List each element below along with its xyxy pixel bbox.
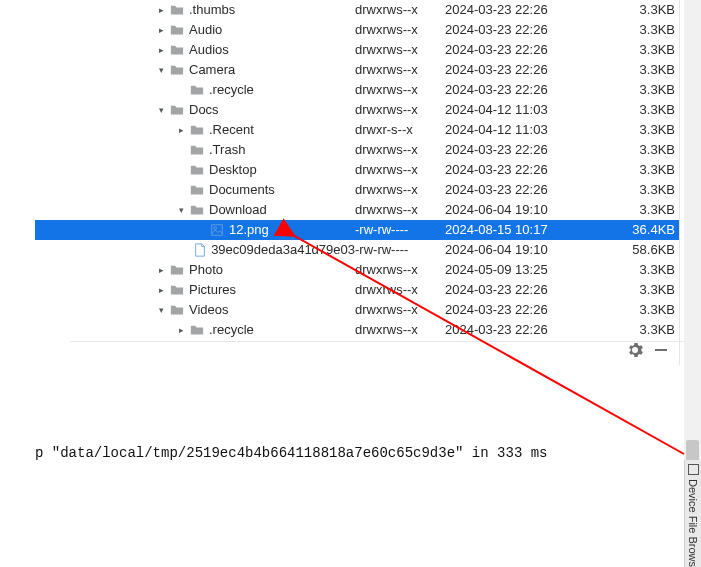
toggle-placeholder — [175, 164, 187, 176]
file-browser-panel: ▸.thumbsdrwxrws--x2024-03-23 22:263.3KB▸… — [35, 0, 680, 365]
gear-icon[interactable] — [627, 342, 643, 361]
folder-icon — [169, 262, 185, 278]
file-name: Camera — [189, 60, 235, 80]
toggle-placeholder — [175, 184, 187, 196]
chevron-right-icon[interactable]: ▸ — [155, 284, 167, 296]
modified-date: 2024-04-12 11:03 — [445, 100, 615, 120]
tree-row[interactable]: ▸Picturesdrwxrws--x2024-03-23 22:263.3KB — [35, 280, 679, 300]
modified-date: 2024-03-23 22:26 — [445, 320, 615, 340]
file-name: Pictures — [189, 280, 236, 300]
permissions: drwxrws--x — [355, 100, 445, 120]
folder-icon — [169, 282, 185, 298]
tree-row[interactable]: ▾Docsdrwxrws--x2024-04-12 11:033.3KB — [35, 100, 679, 120]
tree-row[interactable]: ▸.recycledrwxrws--x2024-03-23 22:263.3KB — [35, 320, 679, 340]
file-name: Desktop — [209, 160, 257, 180]
modified-date: 2024-05-09 13:25 — [445, 260, 615, 280]
tree-row[interactable]: Documentsdrwxrws--x2024-03-23 22:263.3KB — [35, 180, 679, 200]
tree-row[interactable]: ▸Audiosdrwxrws--x2024-03-23 22:263.3KB — [35, 40, 679, 60]
file-size: 3.3KB — [615, 0, 679, 20]
tree-row[interactable]: ▾Cameradrwxrws--x2024-03-23 22:263.3KB — [35, 60, 679, 80]
folder-icon — [189, 322, 205, 338]
chevron-down-icon[interactable]: ▾ — [155, 104, 167, 116]
modified-date: 2024-03-23 22:26 — [445, 160, 615, 180]
tree-row[interactable]: ▾Downloaddrwxrws--x2024-06-04 19:103.3KB — [35, 200, 679, 220]
folder-icon — [169, 102, 185, 118]
file-name: .Recent — [209, 120, 254, 140]
console-output: p "data/local/tmp/2519ec4b4b664118818a7e… — [35, 445, 547, 461]
permissions: drwxrws--x — [355, 80, 445, 100]
file-name: .recycle — [209, 320, 254, 340]
folder-icon — [189, 122, 205, 138]
side-tab-square-icon — [688, 464, 699, 475]
chevron-right-icon[interactable]: ▸ — [175, 324, 187, 336]
file-size: 3.3KB — [615, 80, 679, 100]
tree-row[interactable]: 39ec09deda3a41d79e03-rw-rw----2024-06-04… — [35, 240, 679, 260]
modified-date: 2024-03-23 22:26 — [445, 60, 615, 80]
tree-row[interactable]: ▸.thumbsdrwxrws--x2024-03-23 22:263.3KB — [35, 0, 679, 20]
tree-row[interactable]: .Trashdrwxrws--x2024-03-23 22:263.3KB — [35, 140, 679, 160]
chevron-down-icon[interactable]: ▾ — [175, 204, 187, 216]
modified-date: 2024-03-23 22:26 — [445, 280, 615, 300]
modified-date: 2024-03-23 22:26 — [445, 20, 615, 40]
chevron-right-icon[interactable]: ▸ — [155, 4, 167, 16]
chevron-right-icon[interactable]: ▸ — [155, 44, 167, 56]
file-name: 39ec09deda3a41d79e03 — [211, 240, 355, 260]
side-tab-device-file-browser[interactable]: Device File Browse — [684, 460, 701, 567]
file-name: 12.png — [229, 220, 269, 240]
modified-date: 2024-03-23 22:26 — [445, 180, 615, 200]
modified-date: 2024-03-23 22:26 — [445, 0, 615, 20]
file-size: 3.3KB — [615, 320, 679, 340]
tree-row[interactable]: ▸Photodrwxrws--x2024-05-09 13:253.3KB — [35, 260, 679, 280]
file-size: 3.3KB — [615, 60, 679, 80]
svg-rect-0 — [655, 349, 667, 351]
permissions: drwxrws--x — [355, 140, 445, 160]
tree-row[interactable]: 12.png-rw-rw----2024-08-15 10:1736.4KB — [35, 220, 679, 240]
chevron-down-icon[interactable]: ▾ — [155, 304, 167, 316]
file-name: .thumbs — [189, 0, 235, 20]
file-name: Audios — [189, 40, 229, 60]
modified-date: 2024-03-23 22:26 — [445, 300, 615, 320]
folder-icon — [169, 302, 185, 318]
chevron-right-icon[interactable]: ▸ — [155, 24, 167, 36]
tree-row[interactable]: ▸Audiodrwxrws--x2024-03-23 22:263.3KB — [35, 20, 679, 40]
file-size: 3.3KB — [615, 280, 679, 300]
permissions: drwxrws--x — [355, 320, 445, 340]
toggle-placeholder — [175, 84, 187, 96]
minimize-icon[interactable] — [653, 342, 669, 361]
tree-row[interactable]: ▸.Recentdrwxr-s--x2024-04-12 11:033.3KB — [35, 120, 679, 140]
toggle-placeholder — [180, 244, 191, 256]
permissions: drwxr-s--x — [355, 120, 445, 140]
chevron-right-icon[interactable]: ▸ — [175, 124, 187, 136]
modified-date: 2024-08-15 10:17 — [445, 220, 615, 240]
folder-icon — [169, 42, 185, 58]
file-tree[interactable]: ▸.thumbsdrwxrws--x2024-03-23 22:263.3KB▸… — [35, 0, 679, 340]
permissions: -rw-rw---- — [355, 240, 445, 260]
file-size: 3.3KB — [615, 260, 679, 280]
chevron-right-icon[interactable]: ▸ — [155, 264, 167, 276]
tree-row[interactable]: .recycledrwxrws--x2024-03-23 22:263.3KB — [35, 80, 679, 100]
folder-icon — [189, 142, 205, 158]
file-size: 58.6KB — [615, 240, 679, 260]
file-icon — [193, 242, 207, 258]
modified-date: 2024-06-04 19:10 — [445, 200, 615, 220]
file-name: Docs — [189, 100, 219, 120]
file-name: Documents — [209, 180, 275, 200]
folder-icon — [189, 182, 205, 198]
modified-date: 2024-06-04 19:10 — [445, 240, 615, 260]
chevron-down-icon[interactable]: ▾ — [155, 64, 167, 76]
permissions: drwxrws--x — [355, 0, 445, 20]
file-size: 3.3KB — [615, 100, 679, 120]
toggle-placeholder — [195, 224, 207, 236]
file-name: Download — [209, 200, 267, 220]
tree-row[interactable]: Desktopdrwxrws--x2024-03-23 22:263.3KB — [35, 160, 679, 180]
tree-row[interactable]: ▾Videosdrwxrws--x2024-03-23 22:263.3KB — [35, 300, 679, 320]
panel-divider — [70, 341, 701, 342]
modified-date: 2024-03-23 22:26 — [445, 40, 615, 60]
image-icon — [209, 222, 225, 238]
permissions: drwxrws--x — [355, 40, 445, 60]
folder-icon — [189, 162, 205, 178]
side-tab-label: Device File Browse — [687, 479, 699, 567]
file-name: .recycle — [209, 80, 254, 100]
file-size: 3.3KB — [615, 20, 679, 40]
file-size: 36.4KB — [615, 220, 679, 240]
